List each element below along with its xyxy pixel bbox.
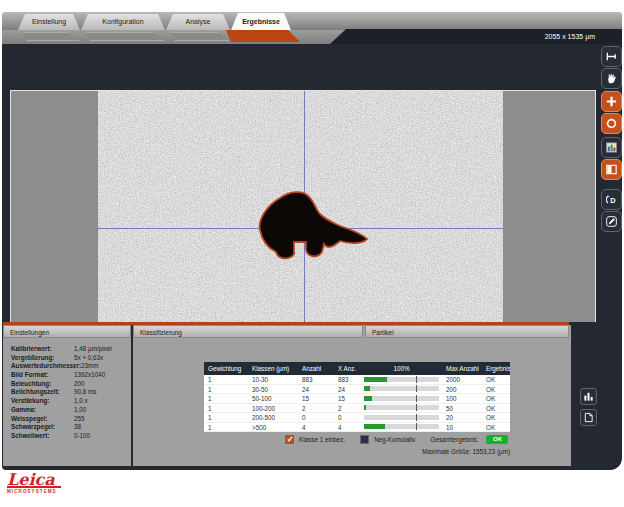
cell-ergebnis: OK (482, 413, 510, 422)
bottom-results-area: Einstellungen Kalibrierwert: 1,48 µm/pix… (2, 322, 622, 470)
report-export-button[interactable] (580, 409, 597, 426)
table-row[interactable]: 1 200-500 0 0 20 OK (204, 413, 510, 423)
cell-max-anzahl: 50 (442, 404, 482, 413)
cell-x-anz: 883 (334, 375, 361, 384)
klasse1-checkbox[interactable] (285, 435, 294, 444)
setting-row: Auswertedurchmesser: 23mm (11, 362, 131, 371)
results-panel: Klassifizierung Partikel Gewichtung Klas… (133, 325, 571, 466)
histogram-image-button[interactable] (601, 137, 622, 158)
cell-x-anz: 4 (334, 423, 361, 432)
pan-tool-button[interactable] (601, 68, 622, 89)
rotate-3d-icon: D (605, 193, 618, 206)
cell-ergebnis: OK (482, 394, 510, 403)
cell-klassen: 30-50 (248, 385, 298, 394)
col-max-anzahl: Max Anzahl (442, 362, 482, 375)
undertab-konfiguration (85, 32, 165, 41)
table-row[interactable]: 1 10-30 883 883 2000 OK (204, 375, 510, 385)
undertab-einstellung (22, 32, 80, 41)
setting-value: 90,8 ms (74, 388, 96, 397)
neg-kumulativ-checkbox[interactable] (360, 435, 369, 444)
table-row[interactable]: 1 100-200 2 2 50 OK (204, 404, 510, 414)
cell-max-anzahl: 100 (442, 394, 482, 403)
setting-value: 5x + 0,63x (74, 354, 103, 363)
setting-label: Schwellwert: (11, 432, 74, 441)
count-bar (364, 424, 439, 429)
count-bar (364, 415, 439, 420)
cell-max-anzahl: 10 (442, 423, 482, 432)
table-header-row: Gewichtung Klassen (µm) Anzahl X Anz. 10… (204, 362, 510, 375)
table-row[interactable]: 1 50-100 15 15 100 OK (204, 394, 510, 404)
main-view-area: D (2, 44, 622, 322)
chart-button[interactable] (580, 388, 597, 405)
cell-gewichtung: 1 (204, 394, 248, 403)
tab-konfiguration[interactable]: Konfiguration (81, 14, 165, 30)
setting-value: 23mm (81, 362, 99, 371)
crosshair-add-button[interactable] (601, 91, 622, 112)
count-bar (364, 377, 439, 382)
cell-x-anz: 2 (334, 404, 361, 413)
cell-klassen: 100-200 (248, 404, 298, 413)
circle-icon (605, 117, 618, 130)
tab-partikel[interactable]: Partikel (365, 325, 569, 338)
microscope-image[interactable] (98, 91, 503, 361)
rotate-3d-button[interactable]: D (601, 189, 622, 210)
tab-ergebnisse[interactable]: Ergebnisse (231, 13, 291, 30)
svg-text:D: D (610, 196, 616, 205)
settings-panel-header[interactable]: Einstellungen (3, 325, 131, 338)
neg-kumulativ-checkbox-label: Neg-Kumulativ (374, 436, 415, 443)
setting-label: Weisspegel: (11, 415, 74, 424)
report-page-icon (583, 412, 594, 423)
tab-analyse[interactable]: Analyse (166, 14, 230, 30)
leica-logo-subtitle: MICROSYSTEMS (7, 489, 77, 494)
overall-result-badge: OK (486, 435, 508, 444)
setting-value: 1,0 x (74, 397, 88, 406)
setting-label: Kalibrierwert: (11, 345, 74, 354)
setting-value: 1392x1040 (74, 371, 105, 380)
cell-ergebnis: OK (482, 375, 510, 384)
circle-select-button[interactable] (601, 113, 622, 134)
setting-label: Vergrößerung: (11, 354, 74, 363)
contrast-image-button[interactable] (601, 159, 622, 180)
leica-logo: Leica MICROSYSTEMS (7, 471, 77, 494)
detected-particle[interactable] (250, 186, 374, 264)
plus-icon (605, 95, 618, 108)
top-tab-bar: Einstellung Konfiguration Analyse Ergebn… (2, 12, 622, 30)
setting-value: 38 (74, 423, 81, 432)
cell-gewichtung: 1 (204, 375, 248, 384)
cell-ergebnis: OK (482, 385, 510, 394)
setting-row: Gamma: 1,00 (11, 406, 131, 415)
cell-klassen: 200-500 (248, 413, 298, 422)
overall-result-label: Gesamtergebnis: (431, 436, 479, 443)
cell-ergebnis: OK (482, 404, 510, 413)
cell-x-anz: 15 (334, 394, 361, 403)
cell-klassen: 50-100 (248, 394, 298, 403)
max-size-label: Maximale Größe: (422, 448, 470, 455)
setting-row: Kalibrierwert: 1,48 µm/pixel (11, 345, 131, 354)
leica-logo-text: Leica (7, 471, 77, 488)
setting-value: 0-100 (74, 432, 90, 441)
setting-label: Beleuchtung: (11, 380, 74, 389)
pencil-edit-icon (605, 215, 618, 228)
count-bar (364, 396, 439, 401)
tab-klassifizierung[interactable]: Klassifizierung (133, 325, 363, 338)
table-row[interactable]: 1 30-50 24 24 200 OK (204, 385, 510, 395)
measure-icon (605, 50, 618, 63)
cell-gewichtung: 1 (204, 404, 248, 413)
setting-row: Weisspegel: 255 (11, 415, 131, 424)
setting-value: 255 (74, 415, 85, 424)
setting-row: Schwellwert: 0-100 (11, 432, 131, 441)
cell-klassen: >500 (248, 423, 298, 432)
annotate-edit-button[interactable] (601, 211, 622, 232)
count-bar (364, 386, 439, 391)
hand-icon (605, 72, 618, 85)
count-bar (364, 405, 439, 410)
setting-value: 200 (74, 380, 85, 389)
measure-tool-button[interactable] (601, 46, 622, 67)
cell-x-anz: 0 (334, 413, 361, 422)
cell-anzahl: 2 (298, 404, 334, 413)
table-row[interactable]: 1 >500 4 4 10 OK (204, 423, 510, 433)
setting-row: Bild Format: 1392x1040 (11, 371, 131, 380)
image-dimensions-label: 2055 x 1535 µm (330, 29, 622, 44)
cell-anzahl: 24 (298, 385, 334, 394)
tab-einstellung[interactable]: Einstellung (18, 14, 80, 30)
